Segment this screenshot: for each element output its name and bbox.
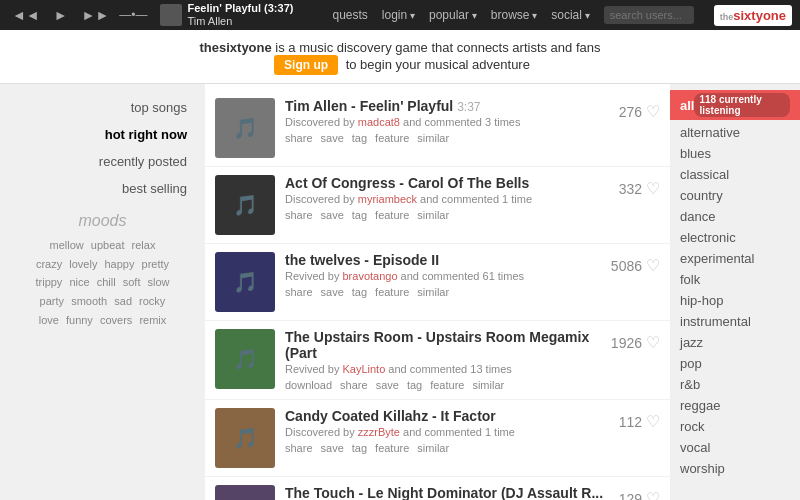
action-save[interactable]: save [376,379,399,391]
next-button[interactable]: ►► [78,5,114,25]
heart-icon[interactable]: ♡ [646,412,660,431]
action-save[interactable]: save [321,442,344,454]
genre-all[interactable]: all 118 currently listening [670,90,800,120]
action-share[interactable]: share [285,132,313,144]
play-button[interactable]: ► [50,5,72,25]
action-share[interactable]: share [285,286,313,298]
mood-nice[interactable]: nice [69,276,89,288]
genre-reggae[interactable]: reggae [670,395,800,416]
genre-experimental[interactable]: experimental [670,248,800,269]
action-save[interactable]: save [321,132,344,144]
action-tag[interactable]: tag [352,286,367,298]
search-input[interactable] [604,6,694,24]
genre-instrumental[interactable]: instrumental [670,311,800,332]
mood-upbeat[interactable]: upbeat [91,239,125,251]
prev-button[interactable]: ◄◄ [8,5,44,25]
mood-crazy[interactable]: crazy [36,258,62,270]
mood-covers[interactable]: covers [100,314,132,326]
genre-vocal[interactable]: vocal [670,437,800,458]
action-similar[interactable]: similar [417,286,449,298]
song-discovered: Discovered by myriambeck and commented 1… [285,193,609,205]
action-download[interactable]: download [285,379,332,391]
nav-quests[interactable]: quests [333,8,368,22]
sidebar-item-top-songs[interactable]: top songs [0,94,205,121]
discoverer-link[interactable]: madcat8 [358,116,400,128]
action-tag[interactable]: tag [352,209,367,221]
action-similar[interactable]: similar [417,132,449,144]
genre-pop[interactable]: pop [670,353,800,374]
genre-hip-hop[interactable]: hip-hop [670,290,800,311]
action-save[interactable]: save [321,286,344,298]
song-thumbnail: 🎵 [215,485,275,500]
nav-popular[interactable]: popular [429,8,477,22]
signup-button[interactable]: Sign up [274,55,338,75]
song-title: The Upstairs Room - Upstairs Room Megami… [285,329,601,361]
mood-lovely[interactable]: lovely [69,258,97,270]
sidebar-item-best-selling[interactable]: best selling [0,175,205,202]
mood-pretty[interactable]: pretty [142,258,170,270]
discoverer-link[interactable]: zzzrByte [358,426,400,438]
mood-trippy[interactable]: trippy [35,276,62,288]
action-share[interactable]: share [285,442,313,454]
mood-relax[interactable]: relax [132,239,156,251]
action-feature[interactable]: feature [430,379,464,391]
volume-icon[interactable]: —•— [119,8,147,22]
action-share[interactable]: share [340,379,368,391]
genre-blues[interactable]: blues [670,143,800,164]
action-share[interactable]: share [285,209,313,221]
action-feature[interactable]: feature [375,286,409,298]
song-count: 276 ♡ [619,98,660,121]
action-tag[interactable]: tag [407,379,422,391]
action-feature[interactable]: feature [375,132,409,144]
mood-slow[interactable]: slow [148,276,170,288]
mood-funny[interactable]: funny [66,314,93,326]
genre-worship[interactable]: worship [670,458,800,479]
nav-links: quests login popular browse social thesi… [333,5,793,26]
genre-rock[interactable]: rock [670,416,800,437]
heart-icon[interactable]: ♡ [646,489,660,500]
mood-sad[interactable]: sad [114,295,132,307]
action-feature[interactable]: feature [375,442,409,454]
mood-happy[interactable]: happy [104,258,134,270]
action-save[interactable]: save [321,209,344,221]
discoverer-link[interactable]: KayLinto [342,363,385,375]
mood-party[interactable]: party [40,295,64,307]
genre-dance[interactable]: dance [670,206,800,227]
mood-smooth[interactable]: smooth [71,295,107,307]
mood-mellow[interactable]: mellow [50,239,84,251]
genre-electronic[interactable]: electronic [670,227,800,248]
genre-alternative[interactable]: alternative [670,122,800,143]
sidebar-item-hot-right-now[interactable]: hot right now [0,121,205,148]
nav-social[interactable]: social [551,8,589,22]
genre-classical[interactable]: classical [670,164,800,185]
discoverer-link[interactable]: bravotango [342,270,397,282]
mood-remix[interactable]: remix [139,314,166,326]
heart-icon[interactable]: ♡ [646,256,660,275]
mood-rocky[interactable]: rocky [139,295,165,307]
song-row: 🎵 Act Of Congress - Carol Of The Bells D… [205,167,670,244]
genre-country[interactable]: country [670,185,800,206]
song-info: Candy Coated Killahz - It Factor Discove… [285,408,609,454]
nav-browse[interactable]: browse [491,8,537,22]
genre-rb[interactable]: r&b [670,374,800,395]
discoverer-link[interactable]: myriambeck [358,193,417,205]
sidebar-item-recently-posted[interactable]: recently posted [0,148,205,175]
song-thumbnail: 🎵 [215,175,275,235]
heart-icon[interactable]: ♡ [646,102,660,121]
mood-chill[interactable]: chill [97,276,116,288]
action-tag[interactable]: tag [352,132,367,144]
action-similar[interactable]: similar [472,379,504,391]
hero-text: thesixtyone is a music discovery game th… [199,40,600,55]
action-tag[interactable]: tag [352,442,367,454]
action-similar[interactable]: similar [417,442,449,454]
song-count: 112 ♡ [619,408,660,431]
mood-love[interactable]: love [39,314,59,326]
action-feature[interactable]: feature [375,209,409,221]
nav-login[interactable]: login [382,8,415,22]
mood-soft[interactable]: soft [123,276,141,288]
genre-jazz[interactable]: jazz [670,332,800,353]
genre-folk[interactable]: folk [670,269,800,290]
heart-icon[interactable]: ♡ [646,179,660,198]
action-similar[interactable]: similar [417,209,449,221]
heart-icon[interactable]: ♡ [646,333,660,352]
